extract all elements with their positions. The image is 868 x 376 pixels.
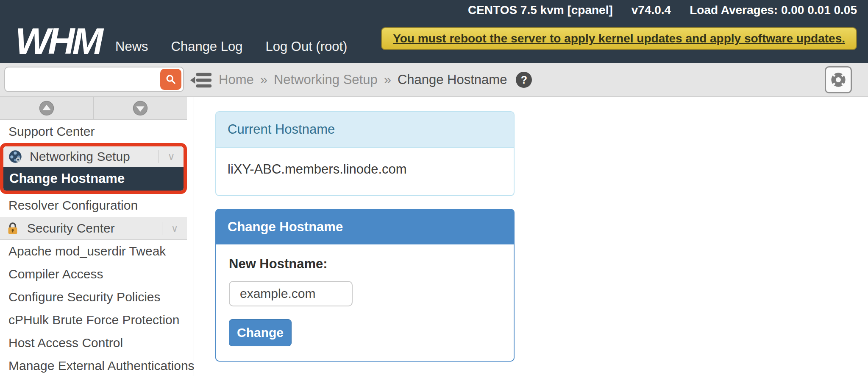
search-input[interactable] <box>5 67 158 91</box>
sidebar-item-host-access-control[interactable]: Host Access Control <box>0 331 187 354</box>
change-button[interactable]: Change <box>229 319 292 346</box>
sidebar-item-compiler-access[interactable]: Compiler Access <box>0 263 187 286</box>
nav-change-log[interactable]: Change Log <box>171 37 243 56</box>
change-hostname-panel: Change Hostname New Hostname: Change <box>215 209 515 362</box>
search-box <box>4 67 184 92</box>
highlight-outline: Networking Setup ∨ Change Hostname <box>0 143 187 194</box>
scroll-down-button[interactable] <box>94 97 187 119</box>
search-button[interactable] <box>160 69 181 90</box>
new-hostname-label: New Hostname: <box>229 256 501 272</box>
main-content: Current Hostname liXY-ABC.members.linode… <box>194 97 868 376</box>
support-button[interactable] <box>825 66 852 93</box>
system-load-averages: Load Averages: 0.00 0.01 0.05 <box>690 3 857 17</box>
up-arrow-icon <box>39 101 54 116</box>
chevron-down-icon[interactable]: ∨ <box>162 222 187 234</box>
current-hostname-value: liXY-ABC.members.linode.com <box>216 148 514 195</box>
sidebar-section-networking-setup[interactable]: Networking Setup ∨ <box>3 146 184 167</box>
whm-logo[interactable]: WHM <box>15 23 101 59</box>
sidebar: Support Center Networking Setup <box>0 97 194 376</box>
new-hostname-input[interactable] <box>229 281 353 306</box>
sidebar-scroll-buttons <box>0 97 187 120</box>
breadcrumb: Home » Networking Setup » Change Hostnam… <box>219 63 532 97</box>
top-header: CENTOS 7.5 kvm [cpanel] v74.0.4 Load Ave… <box>0 0 868 63</box>
breadcrumb-home[interactable]: Home <box>219 72 254 87</box>
sidebar-section-label: Networking Setup <box>30 149 159 164</box>
system-os: CENTOS 7.5 kvm [cpanel] <box>468 3 613 17</box>
padlock-icon <box>6 222 19 235</box>
sidebar-section-security-center[interactable]: Security Center ∨ <box>0 217 187 240</box>
current-hostname-panel: Current Hostname liXY-ABC.members.linode… <box>215 111 515 196</box>
breadcrumb-separator: » <box>384 72 391 87</box>
sidebar-section-label: Security Center <box>27 221 162 236</box>
down-arrow-icon <box>133 101 148 116</box>
sidebar-item-apache-mod-userdir[interactable]: Apache mod_userdir Tweak <box>0 240 187 263</box>
change-hostname-panel-title: Change Hostname <box>216 210 514 244</box>
breadcrumb-networking-setup[interactable]: Networking Setup <box>274 72 378 87</box>
toolbar: Home » Networking Setup » Change Hostnam… <box>0 63 868 97</box>
system-info: CENTOS 7.5 kvm [cpanel] v74.0.4 Load Ave… <box>468 3 857 17</box>
collapse-sidebar-button[interactable] <box>190 71 214 90</box>
sidebar-item-change-hostname[interactable]: Change Hostname <box>3 167 184 191</box>
sidebar-item-manage-external-authentications[interactable]: Manage External Authentications <box>0 354 187 376</box>
sidebar-item-configure-security-policies[interactable]: Configure Security Policies <box>0 286 187 309</box>
chevron-down-icon[interactable]: ∨ <box>159 151 184 163</box>
network-globe-icon <box>8 150 22 163</box>
sidebar-item-cphulk-brute-force[interactable]: cPHulk Brute Force Protection <box>0 309 187 331</box>
collapse-sidebar-icon <box>190 71 214 90</box>
current-hostname-panel-title: Current Hostname <box>216 112 514 148</box>
scroll-up-button[interactable] <box>0 97 94 119</box>
sidebar-item-support-center[interactable]: Support Center <box>0 120 187 143</box>
breadcrumb-separator: » <box>260 72 267 87</box>
nav-log-out[interactable]: Log Out (root) <box>265 37 347 56</box>
breadcrumb-current-page: Change Hostname <box>398 72 507 87</box>
help-question-icon[interactable]: ? <box>516 72 532 88</box>
sidebar-item-resolver-configuration[interactable]: Resolver Configuration <box>0 194 187 217</box>
top-nav: News Change Log Log Out (root) <box>115 37 347 56</box>
system-version: v74.0.4 <box>632 3 671 17</box>
reboot-warning-banner[interactable]: You must reboot the server to apply kern… <box>381 27 857 50</box>
life-ring-icon <box>829 71 847 89</box>
search-icon <box>165 73 177 85</box>
nav-news[interactable]: News <box>115 37 148 56</box>
